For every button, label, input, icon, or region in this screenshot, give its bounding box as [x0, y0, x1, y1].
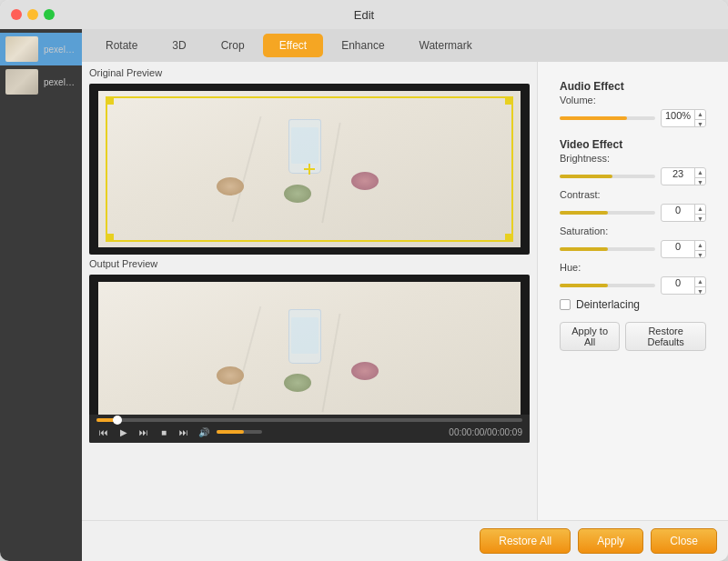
traffic-lights — [11, 9, 55, 20]
brightness-stepper-down[interactable]: ▼ — [695, 178, 705, 186]
controls-row: ⏮ ▶ ⏭ ■ ⏭ 🔊 00:00:00/00:00:09 — [96, 425, 522, 439]
restore-defaults-button[interactable]: Restore Defaults — [625, 322, 706, 351]
tab-enhance[interactable]: Enhance — [325, 34, 400, 57]
original-preview-label: Original Preview — [89, 67, 530, 78]
deinterlacing-checkbox[interactable] — [560, 299, 571, 310]
content-and-footer: Rotate 3D Crop Effect Enhance Watermark … — [82, 29, 728, 561]
effects-panel: Audio Effect Volume: 100% — [537, 62, 728, 520]
volume-fill — [217, 430, 244, 434]
sidebar-thumb-1 — [5, 69, 38, 95]
effects-scroll: Audio Effect Volume: 100% — [549, 71, 717, 511]
original-video-frame — [98, 91, 521, 247]
player-bar: ⏮ ▶ ⏭ ■ ⏭ 🔊 00:00:00/00:00:09 — [89, 415, 530, 443]
sidebar-item-1[interactable]: pexels-ko... — [0, 65, 82, 98]
hue-label-row: Hue: — [560, 262, 706, 273]
saturation-slider-fill — [560, 247, 608, 251]
time-display: 00:00:00/00:00:09 — [449, 427, 522, 437]
stop-button[interactable]: ■ — [157, 425, 171, 439]
maximize-traffic-light[interactable] — [44, 9, 55, 20]
hue-label: Hue: — [560, 262, 619, 273]
volume-slider-row: 100% ▲ ▼ — [560, 109, 706, 127]
hue-value: 0 — [662, 277, 694, 294]
contrast-slider-fill — [560, 211, 608, 215]
output-macaron-tan — [217, 366, 244, 385]
video-section-title: Video Effect — [560, 138, 706, 151]
progress-bar[interactable] — [96, 418, 522, 422]
contrast-stepper-down[interactable]: ▼ — [695, 215, 705, 223]
apply-to-all-button[interactable]: Apply to All — [560, 322, 620, 351]
restore-all-button[interactable]: Restore All — [480, 528, 571, 554]
volume-icon[interactable]: 🔊 — [197, 425, 211, 439]
output-glass — [288, 309, 321, 364]
content-body: Original Preview — [82, 62, 728, 520]
saturation-stepper-up[interactable]: ▲ — [695, 241, 705, 251]
sidebar-thumb-0 — [5, 36, 38, 62]
hue-stepper-up[interactable]: ▲ — [695, 277, 705, 287]
close-traffic-light[interactable] — [11, 9, 22, 20]
progress-thumb[interactable] — [113, 416, 122, 425]
contrast-stepper[interactable]: ▲ ▼ — [694, 205, 705, 222]
brightness-input-box[interactable]: 23 ▲ ▼ — [661, 167, 706, 185]
minimize-traffic-light[interactable] — [27, 9, 38, 20]
volume-input-box[interactable]: 100% ▲ ▼ — [661, 109, 706, 127]
volume-slider-track[interactable] — [560, 116, 655, 120]
contrast-stepper-up[interactable]: ▲ — [695, 205, 705, 215]
hue-stepper-down[interactable]: ▼ — [695, 287, 705, 296]
sidebar: pexels-jill-... pexels-ko... — [0, 29, 82, 561]
contrast-value: 0 — [662, 205, 694, 221]
saturation-value: 0 — [662, 241, 694, 257]
brightness-stepper-up[interactable]: ▲ — [695, 168, 705, 178]
original-video-inner — [89, 84, 530, 255]
contrast-slider-track[interactable] — [560, 211, 655, 215]
saturation-label: Saturation: — [560, 225, 619, 236]
tab-effect[interactable]: Effect — [263, 34, 323, 57]
contrast-label: Contrast: — [560, 189, 619, 200]
tab-crop[interactable]: Crop — [205, 34, 261, 57]
tab-watermark[interactable]: Watermark — [403, 34, 489, 57]
contrast-input-box[interactable]: 0 ▲ ▼ — [661, 204, 706, 222]
saturation-input-box[interactable]: 0 ▲ ▼ — [661, 240, 706, 258]
brightness-slider-track[interactable] — [560, 175, 655, 178]
volume-bar[interactable] — [217, 430, 262, 434]
brightness-stepper[interactable]: ▲ ▼ — [694, 168, 705, 185]
sidebar-label-0: pexels-jill-... — [44, 45, 76, 55]
hue-slider-row: 0 ▲ ▼ — [560, 276, 706, 295]
output-macaron-pink — [351, 362, 379, 380]
output-macaron-green — [284, 374, 311, 392]
title-bar: Edit — [0, 0, 728, 29]
volume-row: Volume: — [560, 95, 706, 105]
skip-frame-button[interactable]: ⏭ — [136, 425, 151, 439]
main-window: Edit pexels-jill-... pexels-ko... Rotate — [0, 0, 728, 561]
volume-stepper[interactable]: ▲ ▼ — [694, 110, 705, 127]
play-button[interactable]: ▶ — [116, 425, 131, 439]
apply-button[interactable]: Apply — [578, 528, 643, 554]
saturation-slider-row: 0 ▲ ▼ — [560, 240, 706, 258]
output-scene — [98, 282, 521, 436]
contrast-label-row: Contrast: — [560, 189, 706, 200]
original-video-container — [89, 84, 530, 255]
bottom-buttons: Apply to All Restore Defaults — [560, 322, 706, 351]
brightness-label-row: Brightness: — [560, 153, 706, 164]
sidebar-item-0[interactable]: pexels-jill-... — [0, 33, 82, 65]
skip-end-button[interactable]: ⏭ — [177, 425, 191, 439]
volume-label: Volume: — [560, 95, 619, 105]
macaron-pink — [351, 172, 379, 190]
effects-outer: Audio Effect Volume: 100% — [549, 71, 717, 511]
hue-stepper[interactable]: ▲ ▼ — [694, 277, 705, 295]
section-divider-1 — [560, 131, 706, 138]
hue-input-box[interactable]: 0 ▲ ▼ — [661, 276, 706, 295]
volume-stepper-down[interactable]: ▼ — [695, 120, 705, 128]
volume-stepper-up[interactable]: ▲ — [695, 110, 705, 120]
brightness-slider-fill — [560, 175, 612, 178]
tab-rotate[interactable]: Rotate — [89, 34, 154, 57]
close-button[interactable]: Close — [651, 528, 717, 554]
tab-3d[interactable]: 3D — [156, 34, 202, 57]
saturation-stepper[interactable]: ▲ ▼ — [694, 241, 705, 258]
saturation-stepper-down[interactable]: ▼ — [695, 251, 705, 259]
hue-slider-track[interactable] — [560, 284, 655, 287]
deinterlacing-row: Deinterlacing — [560, 298, 706, 311]
saturation-slider-track[interactable] — [560, 247, 655, 251]
skip-start-button[interactable]: ⏮ — [96, 425, 111, 439]
tabs-bar: Rotate 3D Crop Effect Enhance Watermark — [82, 29, 728, 62]
deinterlacing-label: Deinterlacing — [576, 298, 640, 311]
